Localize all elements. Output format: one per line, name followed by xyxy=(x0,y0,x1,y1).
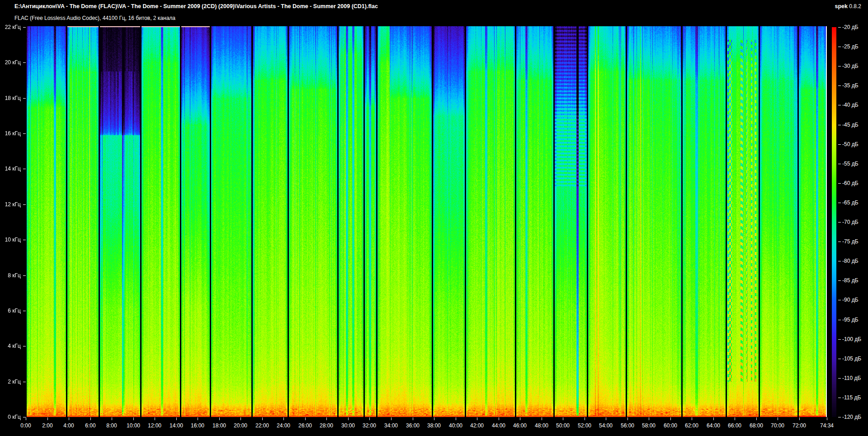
legend-tick-label: -40 дБ xyxy=(842,102,859,108)
legend-tick-label: -35 дБ xyxy=(842,83,859,88)
legend-tick-label: -70 дБ xyxy=(842,219,859,225)
legend-tick-label: -120 дБ xyxy=(842,414,861,420)
freq-tick xyxy=(23,169,26,169)
legend-tick xyxy=(838,222,841,223)
legend-tick-label: -55 дБ xyxy=(842,161,859,166)
time-tick xyxy=(90,417,91,420)
freq-tick xyxy=(23,346,26,346)
legend-tick xyxy=(838,66,841,66)
time-tick xyxy=(112,417,112,420)
legend-tick-label: -25 дБ xyxy=(842,44,859,49)
freq-tick-label: 18 кГц xyxy=(0,95,21,101)
spek-window: { "header": { "file_path": "E:\\Антицикл… xyxy=(0,0,868,436)
legend-tick-label: -85 дБ xyxy=(842,278,859,283)
time-tick xyxy=(456,417,456,420)
freq-tick xyxy=(23,275,26,276)
file-path-title: E:\Антициклон\VA - The Dome (FLAC)\VA - … xyxy=(14,3,378,9)
legend-tick xyxy=(838,85,841,86)
legend-tick xyxy=(838,339,841,340)
time-tick xyxy=(69,417,69,420)
time-tick xyxy=(198,417,198,420)
time-tick xyxy=(47,417,48,420)
legend-tick xyxy=(838,261,841,261)
time-tick xyxy=(26,417,26,420)
legend-tick-label: -20 дБ xyxy=(842,24,859,30)
time-tick-label: 72:00 xyxy=(786,423,813,428)
time-tick xyxy=(241,417,241,420)
legend-tick xyxy=(838,300,841,300)
freq-tick xyxy=(23,311,26,311)
time-tick xyxy=(133,417,134,420)
time-tick xyxy=(262,417,263,420)
freq-tick-label: 20 кГц xyxy=(0,60,21,65)
freq-tick xyxy=(23,240,26,240)
time-tick xyxy=(778,417,778,420)
legend-tick-label: -45 дБ xyxy=(842,122,859,128)
time-tick xyxy=(305,417,306,420)
legend-tick xyxy=(838,183,841,184)
legend-tick xyxy=(838,144,841,145)
time-tick xyxy=(649,417,649,420)
legend-tick-label: -115 дБ xyxy=(842,395,861,400)
freq-tick-label: 12 кГц xyxy=(0,202,21,207)
legend-tick-label: -65 дБ xyxy=(842,200,859,205)
time-tick xyxy=(799,417,800,420)
app-version: 0.8.2 xyxy=(849,3,861,9)
time-tick-label: 74:34 xyxy=(813,423,840,428)
legend-tick xyxy=(838,320,841,320)
legend-tick xyxy=(838,105,841,105)
app-version-label: spek 0.8.2 xyxy=(835,3,861,9)
freq-tick xyxy=(23,204,26,205)
freq-tick xyxy=(23,27,26,28)
time-tick xyxy=(477,417,477,420)
legend-tick-label: -75 дБ xyxy=(842,239,859,244)
spectrogram-canvas xyxy=(26,26,827,417)
freq-tick-label: 22 кГц xyxy=(0,24,21,30)
freq-tick-label: 14 кГц xyxy=(0,166,21,171)
time-tick xyxy=(827,417,827,420)
legend-tick xyxy=(838,417,841,417)
freq-tick-label: 10 кГц xyxy=(0,237,21,242)
time-tick xyxy=(735,417,735,420)
legend-tick xyxy=(838,398,841,398)
freq-tick-label: 2 кГц xyxy=(0,379,21,384)
legend-tick-label: -80 дБ xyxy=(842,258,859,264)
legend-tick xyxy=(838,27,841,28)
freq-tick xyxy=(23,98,26,99)
time-tick xyxy=(692,417,692,420)
time-tick xyxy=(563,417,563,420)
time-tick xyxy=(283,417,284,420)
freq-tick-label: 6 кГц xyxy=(0,308,21,313)
freq-tick-label: 0 кГц xyxy=(0,414,21,420)
time-tick xyxy=(176,417,177,420)
time-tick xyxy=(670,417,671,420)
time-tick xyxy=(413,417,413,420)
freq-tick xyxy=(23,62,26,63)
legend-tick-label: -100 дБ xyxy=(842,336,861,342)
legend-colorbar xyxy=(832,27,836,417)
freq-tick-label: 16 кГц xyxy=(0,131,21,136)
time-tick xyxy=(627,417,628,420)
legend-tick-label: -30 дБ xyxy=(842,63,859,69)
legend-tick xyxy=(838,378,841,379)
time-tick xyxy=(606,417,606,420)
freq-tick xyxy=(23,133,26,134)
time-tick xyxy=(326,417,327,420)
format-info: FLAC (Free Lossless Audio Codec), 44100 … xyxy=(14,15,175,21)
time-tick xyxy=(369,417,370,420)
legend-tick-label: -95 дБ xyxy=(842,317,859,322)
freq-tick-label: 8 кГц xyxy=(0,273,21,278)
time-tick xyxy=(713,417,714,420)
legend-tick xyxy=(838,359,841,359)
legend-tick-label: -90 дБ xyxy=(842,297,859,303)
time-tick xyxy=(434,417,434,420)
app-name: spek xyxy=(835,3,848,9)
freq-tick-label: 4 кГц xyxy=(0,343,21,349)
time-tick xyxy=(542,417,542,420)
legend-tick xyxy=(838,280,841,281)
legend-tick xyxy=(838,47,841,47)
legend-tick-label: -110 дБ xyxy=(842,375,861,381)
time-tick xyxy=(348,417,349,420)
legend-tick xyxy=(838,203,841,203)
time-tick xyxy=(155,417,155,420)
